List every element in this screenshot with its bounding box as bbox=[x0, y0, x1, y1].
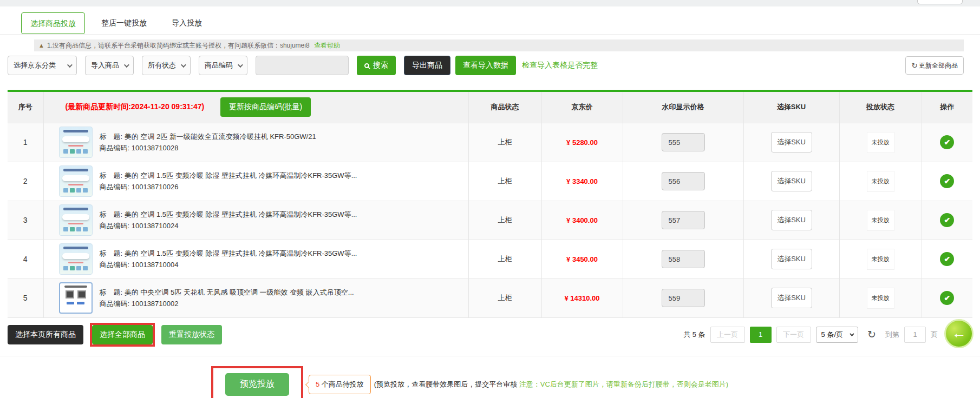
preview-hint-notice: 注意：VC后台更新了图片，请重新备份后打腰带，否则会是老图片) bbox=[519, 380, 728, 388]
export-products-button[interactable]: 导出商品 bbox=[404, 56, 450, 75]
view-import-data-button[interactable]: 查看导入数据 bbox=[455, 56, 516, 75]
prev-page-button[interactable]: 上一页 bbox=[710, 327, 745, 343]
check-circle-icon[interactable]: ✔ bbox=[940, 252, 954, 266]
jd-price: ¥ 5280.00 bbox=[541, 123, 623, 162]
watermark-price-input[interactable] bbox=[662, 250, 705, 268]
product-title: 标 题: 美的 空调 1.5匹 变频冷暖 除湿 壁挂式挂机 冷媒环高温制冷KFR… bbox=[100, 170, 357, 181]
search-button-label: 搜索 bbox=[373, 61, 388, 70]
product-code-select[interactable]: 商品编码 bbox=[199, 56, 247, 75]
warning-triangle-icon: ▲ bbox=[38, 42, 44, 49]
pending-text: 个商品待投放 bbox=[319, 380, 364, 388]
import-products-select[interactable]: 导入商品 bbox=[85, 56, 134, 75]
check-circle-icon[interactable]: ✔ bbox=[940, 135, 954, 149]
preview-hint: (预览投放，查看腰带效果图后，提交平台审核 注意：VC后台更新了图片，请重新备份… bbox=[374, 380, 728, 389]
jd-category-select-label: 选择京东分类 bbox=[14, 61, 56, 70]
table-row: 4 标 题: 美的 空调 1.5匹 变频冷暖 除湿 壁挂式挂机 冷媒环高温制冷K… bbox=[8, 240, 972, 278]
product-status: 上柜 bbox=[468, 278, 541, 317]
preview-section: 预览投放 5 个商品待投放 (预览投放，查看腰带效果图后，提交平台审核 注意：V… bbox=[0, 356, 980, 398]
select-sku-button[interactable]: 选择SKU bbox=[771, 132, 812, 152]
import-products-select-label: 导入商品 bbox=[91, 61, 119, 70]
tab-import-publish[interactable]: 导入投放 bbox=[163, 12, 211, 34]
header-product: (最新商品更新时间:2024-11-20 09:31:47) 更新按商品编码(批… bbox=[43, 92, 468, 123]
tab-whole-store-publish[interactable]: 整店一键投放 bbox=[93, 12, 155, 34]
product-code: 商品编码: 100138710004 bbox=[100, 259, 357, 270]
chevron-down-icon bbox=[238, 62, 243, 68]
back-arrow-button[interactable]: ← bbox=[944, 319, 974, 348]
total-count: 共 5 条 bbox=[683, 330, 705, 340]
product-code: 商品编码: 100138710026 bbox=[100, 181, 357, 193]
jd-price: ¥ 14310.00 bbox=[541, 278, 623, 317]
preview-publish-button[interactable]: 预览投放 bbox=[225, 373, 289, 396]
select-page-products-button[interactable]: 选择本页所有商品 bbox=[8, 325, 83, 344]
preview-hint-normal: (预览投放，查看腰带效果图后，提交平台审核 bbox=[374, 380, 519, 388]
product-code: 商品编码: 100138710024 bbox=[100, 220, 357, 231]
product-thumbnail bbox=[59, 165, 93, 197]
bottom-bar: 选择本页所有商品 选择全部商品 重置投放状态 共 5 条 上一页 1 下一页 5… bbox=[8, 322, 972, 347]
row-index: 2 bbox=[8, 162, 43, 201]
publish-status-badge: 未投放 bbox=[867, 171, 894, 192]
reset-publish-status-button[interactable]: 重置投放状态 bbox=[161, 325, 222, 344]
toolbar: 选择京东分类 导入商品 所有状态 商品编码 搜索 导出商品 查看导入数据 检查导… bbox=[8, 55, 964, 76]
row-index: 3 bbox=[8, 201, 43, 240]
collapsed-top-button[interactable] bbox=[917, 0, 963, 4]
refresh-all-products-button[interactable]: ↻ 更新全部商品 bbox=[905, 56, 964, 75]
products-table: 序号 (最新商品更新时间:2024-11-20 09:31:47) 更新按商品编… bbox=[8, 90, 972, 318]
product-thumbnail bbox=[59, 204, 93, 236]
check-circle-icon[interactable]: ✔ bbox=[940, 213, 954, 227]
header-status: 商品状态 bbox=[468, 92, 541, 123]
product-code: 商品编码: 100138710028 bbox=[100, 142, 316, 154]
top-strip bbox=[0, 0, 980, 6]
publish-status-badge: 未投放 bbox=[867, 210, 894, 231]
watermark-price-input[interactable] bbox=[662, 289, 705, 307]
check-circle-icon[interactable]: ✔ bbox=[940, 291, 954, 305]
publish-status-badge: 未投放 bbox=[867, 249, 894, 270]
chevron-down-icon bbox=[67, 62, 73, 68]
product-status: 上柜 bbox=[468, 162, 541, 201]
product-title: 标 题: 美的 空调 1.5匹 变频冷暖 除湿 壁挂式挂机 冷媒环高温制冷KFR… bbox=[100, 209, 357, 220]
select-sku-button[interactable]: 选择SKU bbox=[771, 249, 812, 269]
jd-price: ¥ 3450.00 bbox=[541, 240, 623, 278]
watermark-price-input[interactable] bbox=[662, 172, 705, 190]
header-sku: 选择SKU bbox=[743, 92, 839, 123]
watermark-price-input[interactable] bbox=[662, 211, 705, 229]
pagination: 共 5 条 上一页 1 下一页 5 条/页 ↻ 到第 页 bbox=[683, 327, 938, 343]
product-title: 标 题: 美的 中央空调 5匹 天花机 无风感 吸顶空调 一级能效 变频 嵌入式… bbox=[100, 287, 354, 298]
chevron-down-icon bbox=[850, 331, 854, 336]
search-button[interactable]: 搜索 bbox=[357, 56, 396, 75]
table-header-row: 序号 (最新商品更新时间:2024-11-20 09:31:47) 更新按商品编… bbox=[8, 92, 972, 123]
help-link[interactable]: 查看帮助 bbox=[314, 42, 340, 49]
last-update-time: (最新商品更新时间:2024-11-20 09:31:47) bbox=[66, 102, 205, 111]
page-size-select[interactable]: 5 条/页 bbox=[816, 327, 858, 343]
goto-page-input[interactable] bbox=[904, 327, 926, 343]
select-all-products-button[interactable]: 选择全部商品 bbox=[92, 325, 153, 344]
jd-category-select[interactable]: 选择京东分类 bbox=[8, 56, 77, 75]
product-code: 商品编码: 100138710002 bbox=[100, 298, 354, 309]
warning-text: 1.没有商品信息，请联系平台采销获取简码绑定或主账号授权，有问题联系微信：shu… bbox=[47, 42, 310, 49]
tab-select-products[interactable]: 选择商品投放 bbox=[21, 12, 85, 34]
batch-update-codes-button[interactable]: 更新按商品编码(批量) bbox=[220, 97, 311, 117]
select-sku-button[interactable]: 选择SKU bbox=[771, 171, 812, 191]
refresh-icon[interactable]: ↻ bbox=[867, 328, 876, 341]
search-input[interactable] bbox=[256, 56, 349, 75]
chevron-down-icon bbox=[124, 62, 129, 68]
next-page-button[interactable]: 下一页 bbox=[776, 327, 811, 343]
select-sku-button[interactable]: 选择SKU bbox=[771, 288, 812, 308]
watermark-price-input[interactable] bbox=[662, 133, 705, 151]
check-import-hint: 检查导入表格是否完整 bbox=[522, 61, 598, 70]
current-page-button[interactable]: 1 bbox=[750, 327, 772, 343]
product-thumbnail bbox=[59, 127, 93, 158]
check-circle-icon[interactable]: ✔ bbox=[940, 174, 954, 188]
product-status: 上柜 bbox=[468, 201, 541, 240]
page-size-label: 5 条/页 bbox=[821, 330, 843, 340]
search-icon bbox=[364, 63, 369, 68]
status-select-label: 所有状态 bbox=[148, 61, 176, 70]
select-sku-button[interactable]: 选择SKU bbox=[771, 210, 812, 230]
status-select[interactable]: 所有状态 bbox=[142, 56, 191, 75]
table-row: 3 标 题: 美的 空调 1.5匹 变频冷暖 除湿 壁挂式挂机 冷媒环高温制冷K… bbox=[8, 201, 972, 240]
row-index: 1 bbox=[8, 123, 43, 162]
warning-banner: ▲1.没有商品信息，请联系平台采销获取简码绑定或主账号授权，有问题联系微信：sh… bbox=[34, 39, 964, 51]
header-action: 操作 bbox=[922, 92, 972, 123]
refresh-all-products-label: 更新全部商品 bbox=[919, 61, 958, 70]
header-index: 序号 bbox=[8, 92, 43, 123]
annotation-red-box: 预览投放 bbox=[211, 366, 303, 398]
